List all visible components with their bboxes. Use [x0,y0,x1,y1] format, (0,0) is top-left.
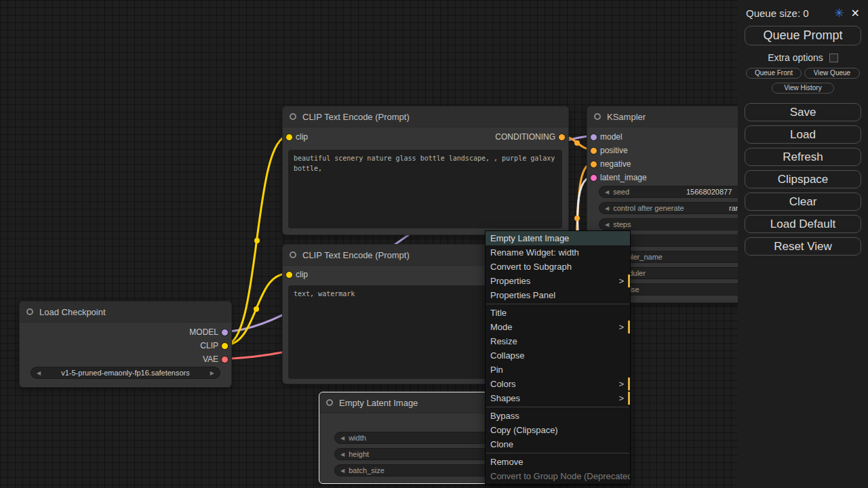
collapse-toggle-icon[interactable] [326,399,333,406]
clip-port-icon[interactable] [285,134,293,141]
input-slot-clip: clip [283,131,308,143]
widget-label: control after generate [613,204,684,212]
view-history-button[interactable]: View History [772,83,834,94]
output-slot-conditioning: CONDITIONING [495,131,568,143]
combo-prev-icon[interactable]: ◀ [340,435,344,441]
output-slot-model: MODEL [189,326,231,338]
collapse-toggle-icon[interactable] [26,308,33,315]
combo-prev-icon[interactable]: ◀ [340,451,344,458]
reset-view-button[interactable]: Reset View [745,237,861,256]
model-port-icon[interactable] [590,134,597,141]
output-slot-vae: VAE [203,353,231,365]
node-title: KSampler [607,112,646,122]
comfyui-canvas[interactable]: { "colors": { "model": "#b39ddb", "clip"… [0,0,868,488]
menu-separator [486,304,629,304]
submenu-arrow-icon: > [618,274,624,288]
input-slot-latent-image: latent_image [587,171,647,184]
widget-label: width [349,434,366,442]
menu-item-label: Colors [490,379,516,389]
queue-front-button[interactable]: Queue Front [746,68,802,79]
menu-item-properties[interactable]: Properties > [486,274,630,288]
combo-prev-icon[interactable]: ◀ [605,222,609,228]
node-clip-text-encode-positive[interactable]: CLIP Text Encode (Prompt) clip CONDITION… [282,106,569,235]
submenu-arrow-icon: > [618,377,624,391]
combo-prev-icon[interactable]: ◀ [37,370,41,376]
conditioning-port-icon[interactable] [590,161,597,168]
node-header[interactable]: Load Checkpoint [20,302,231,323]
submenu-accent-bar [628,392,630,405]
clip-port-icon[interactable] [221,342,229,350]
menu-item-collapse[interactable]: Collapse [486,348,630,363]
menu-item-shapes[interactable]: Shapes > [486,391,630,405]
conditioning-port-icon[interactable] [590,147,597,155]
close-icon[interactable]: ✕ [851,7,860,20]
save-button[interactable]: Save [745,103,861,121]
submenu-accent-bar [628,274,630,287]
collapse-toggle-icon[interactable] [290,113,296,120]
clipspace-button[interactable]: Clipspace [745,170,861,188]
link-midpoint-dot [254,306,259,312]
queue-size-label: Queue size: 0 [746,7,809,19]
load-default-button[interactable]: Load Default [745,215,861,233]
load-button[interactable]: Load [745,125,861,144]
menu-item-properties-panel[interactable]: Properties Panel [486,288,630,302]
menu-item-rename-widget[interactable]: Rename Widget: width [486,245,630,260]
menu-item-copy-clipspace[interactable]: Copy (Clipspace) [486,423,630,437]
menu-item-clone[interactable]: Clone [486,437,630,451]
combo-prev-icon[interactable]: ◀ [605,205,609,211]
model-port-icon[interactable] [221,329,229,336]
context-menu: Empty Latent Image Rename Widget: width … [485,230,631,485]
combo-next-icon[interactable]: ▶ [210,370,214,376]
menu-item-pin[interactable]: Pin [486,363,630,377]
wire-clip-negative [225,274,287,345]
slot-label: MODEL [189,327,218,337]
menu-item-convert-to-group-node[interactable]: Convert to Group Node (Deprecated) [486,469,630,483]
node-title: Empty Latent Image [339,398,418,408]
submenu-accent-bar [628,321,630,333]
input-slot-clip: clip [283,268,308,281]
menu-item-title[interactable]: Title [486,306,630,320]
collapse-toggle-icon[interactable] [290,251,296,258]
slot-label: negative [600,159,631,169]
vae-port-icon[interactable] [221,356,229,363]
refresh-button[interactable]: Refresh [745,148,861,166]
node-header[interactable]: CLIP Text Encode (Prompt) [283,106,568,127]
collapse-toggle-icon[interactable] [594,113,601,120]
latent-port-icon[interactable] [590,174,597,182]
menu-item-bypass[interactable]: Bypass [486,409,630,423]
combo-prev-icon[interactable]: ◀ [605,189,609,195]
node-title: CLIP Text Encode (Prompt) [302,112,410,122]
prompt-text-area[interactable]: beautiful scenery nature glass bottle la… [288,150,562,228]
wire-clip-positive [225,136,288,345]
submenu-arrow-icon: > [618,391,624,405]
conditioning-port-icon[interactable] [558,134,566,141]
view-queue-button[interactable]: View Queue [804,68,860,79]
ckpt-name-value: v1-5-pruned-emaonly-fp16.safetensors [45,369,206,377]
slot-label: CLIP [200,341,218,350]
node-load-checkpoint[interactable]: Load Checkpoint MODEL CLIP VAE ◀ v1-5-pr… [19,301,232,388]
settings-gear-icon[interactable]: ✳ [834,6,844,20]
link-midpoint-dot [254,238,260,243]
link-midpoint-dot [574,216,580,221]
slot-label: latent_image [600,173,647,182]
menu-item-colors[interactable]: Colors > [486,377,630,391]
widget-value: 15668020877 [686,188,732,196]
clip-port-icon[interactable] [285,271,293,279]
combo-prev-icon[interactable]: ◀ [340,468,344,474]
slot-label: model [600,132,623,142]
context-menu-title: Empty Latent Image [486,231,630,245]
menu-item-mode[interactable]: Mode > [486,320,630,334]
submenu-arrow-icon: > [618,320,624,334]
queue-prompt-button[interactable]: Queue Prompt [745,26,861,45]
clear-button[interactable]: Clear [745,192,861,211]
menu-item-label: Properties [490,276,530,286]
menu-item-convert-to-subgraph[interactable]: Convert to Subgraph [486,260,630,274]
menu-item-remove[interactable]: Remove [486,455,630,469]
extra-options-label: Extra options [768,52,823,63]
menu-item-label: Shapes [490,393,520,403]
widget-label: batch_size [349,466,384,474]
ckpt-name-combo[interactable]: ◀ v1-5-pruned-emaonly-fp16.safetensors ▶ [31,367,220,379]
extra-options-checkbox[interactable] [829,54,838,62]
menu-item-resize[interactable]: Resize [486,334,630,348]
widget-label: steps [613,220,631,228]
